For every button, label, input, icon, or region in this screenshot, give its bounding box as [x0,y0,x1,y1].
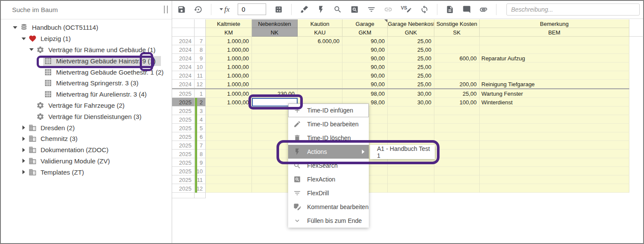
grid-cell[interactable]: 1.000,00 [206,54,252,63]
grid-cell[interactable]: 25,00 [388,80,434,88]
grid-cell[interactable]: 100,00 [434,98,480,106]
column-header[interactable]: Bemerkung [480,19,629,28]
grid-cell[interactable]: 90,00 [342,63,388,71]
row-month-header[interactable]: 7 [195,37,206,45]
tree-item[interactable]: Handbuch (OCT51114) [0,22,172,33]
save-icon[interactable] [177,5,186,14]
flash-icon[interactable] [317,5,325,14]
menu-item[interactable]: FlexAction [288,172,369,186]
grid-cell[interactable]: Winterdienst [480,98,629,106]
chevron-right-icon[interactable] [20,137,28,141]
grid-cell[interactable] [434,132,480,141]
column-code-header[interactable]: KAU [298,28,342,37]
row-month-header[interactable]: 11 [195,71,206,80]
grid-cell[interactable] [434,124,480,132]
column-code-header[interactable]: BEM [480,28,629,37]
grid-cell[interactable]: 1.000,00 [206,63,252,71]
brush-icon[interactable] [300,5,308,14]
tree-item[interactable]: Chemnitz (3) [0,133,172,144]
grid-cell[interactable] [206,115,252,124]
menu-item[interactable]: Kommentar bearbeiten [288,200,369,214]
grid-cell[interactable] [388,124,434,132]
row-month-header[interactable]: 1 [195,89,206,98]
grid-cell[interactable] [388,132,434,141]
grid-cell[interactable] [434,106,480,115]
grid-cell[interactable] [434,45,480,54]
row-year-header[interactable]: 2025 [172,98,195,106]
grid-cell[interactable]: 98,00 [342,89,388,98]
row-year-header[interactable]: 2025 [172,158,195,167]
grid-cell[interactable]: 6.000,00 [298,37,342,45]
tree-item[interactable]: Verträge für Dienstleistungen (3) [0,111,172,122]
grid-cell[interactable] [434,175,480,184]
tree-item[interactable]: Mietvertrag Gebäude Hainstr. 9 (1) [0,55,172,66]
grid-cell[interactable] [252,80,298,88]
row-month-header[interactable]: 12 [195,80,206,88]
description-input[interactable] [506,3,640,16]
tree-item[interactable]: Validierung Module (ZV) [0,156,172,167]
menu-item[interactable]: FlexDrill [288,186,369,200]
row-year-header[interactable]: 2024 [172,37,195,45]
row-year-header[interactable]: 2025 [172,141,195,150]
grid-cell[interactable] [434,37,480,45]
chevron-right-icon[interactable] [20,170,28,174]
row-year-header[interactable]: 2024 [172,54,195,63]
grid-cell[interactable] [206,124,252,132]
grid-cell[interactable]: 25,00 [388,63,434,71]
column-code-header[interactable]: SK [434,28,480,37]
grid-cell[interactable] [480,132,629,141]
tree-item[interactable]: Verträge für Fahrzeuge (2) [0,100,172,111]
grid-cell[interactable] [434,167,480,175]
grid-cell[interactable] [480,167,629,175]
formula-dropdown-icon[interactable]: fx [220,5,229,14]
grid-cell[interactable] [252,54,298,63]
grid-cell[interactable] [206,175,252,184]
grid-cell[interactable] [434,158,480,167]
grid-cell[interactable]: 90,00 [342,45,388,54]
grid-cell[interactable] [206,132,252,141]
column-code-header[interactable]: GKM [342,28,388,37]
splitter-handle-icon[interactable] [164,6,168,13]
submenu-item[interactable]: A1 - Handbuch Test 1 [377,145,435,159]
row-year-header[interactable]: 2024 [172,80,195,88]
grid-cell[interactable]: 90,00 [342,54,388,63]
grid-cell[interactable]: 1.000,00 [206,37,252,45]
grid-cell[interactable] [388,167,434,175]
grid-cell[interactable] [206,106,252,115]
row-month-header[interactable]: 8 [195,45,206,54]
grid-cell[interactable] [480,71,629,80]
chevron-down-icon[interactable] [11,26,19,29]
tree-item[interactable]: Mietvertrag Springerstr. 3 (3) [0,78,172,89]
row-year-header[interactable]: 2025 [172,175,195,184]
grid-cell[interactable] [298,45,342,54]
tree-item[interactable]: Mietvertrag Gebäude Goethestr. 1 (2) [0,66,172,78]
menu-item[interactable]: FlexSearch [288,159,369,172]
menu-item[interactable]: Time-ID löschen [288,131,369,145]
paperclip-icon[interactable] [479,5,488,14]
column-header[interactable]: Sonstige Kosten [434,19,480,28]
tree-item[interactable]: Dokumentation (ZDOC) [0,144,172,156]
filter-icon[interactable] [367,5,376,14]
document-icon[interactable] [446,5,454,14]
grid-cell[interactable] [434,141,480,150]
grid-cell[interactable] [206,158,252,167]
vs-edit-icon[interactable]: VS [401,6,412,13]
grid-cell[interactable] [434,150,480,158]
history-icon[interactable] [194,5,203,14]
grid-cell[interactable] [480,175,629,184]
tree-item[interactable]: Leipzig (1) [0,33,172,44]
grid-cell[interactable] [388,106,434,115]
grid-cell[interactable]: 90,00 [342,37,388,45]
tree-item[interactable]: Mietvertrag für Aurelienstr. 3 (4) [0,89,172,100]
grid-cell[interactable] [480,124,629,132]
row-year-header[interactable]: 2024 [172,63,195,71]
row-month-header[interactable]: 10 [195,63,206,71]
grid-cell[interactable]: 1.000,00 [206,71,252,80]
chevron-right-icon[interactable] [20,159,28,163]
grid-cell[interactable] [388,115,434,124]
column-code-header[interactable]: GNK [388,28,434,37]
grid-cell[interactable] [480,37,629,45]
sync-icon[interactable] [420,5,429,14]
menu-item[interactable]: Actions [288,145,369,159]
grid-cell[interactable] [388,184,434,193]
